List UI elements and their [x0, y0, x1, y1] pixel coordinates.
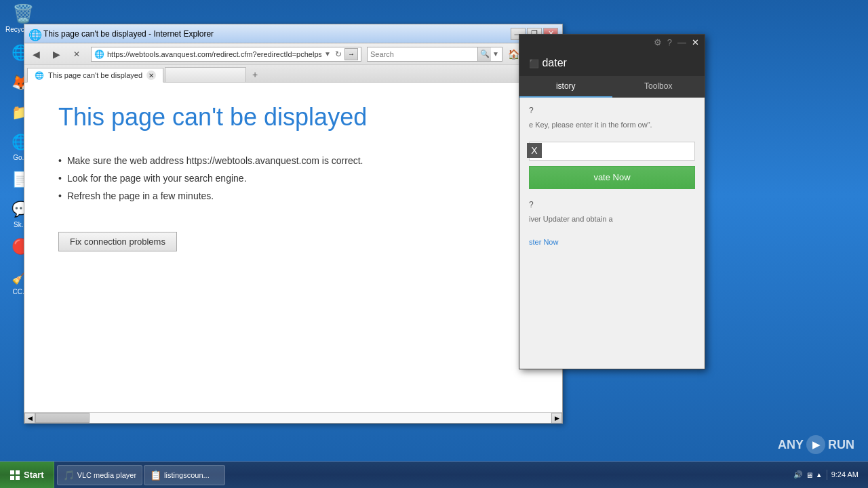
taskbar: Start 🎵 VLC media player 📋 listingscoun.… [0, 461, 868, 488]
driver-panel-settings-icon[interactable]: ⚙ [654, 37, 662, 47]
ie-forward-button[interactable]: ▶ [47, 46, 65, 62]
ie-search-dropdown-icon[interactable]: ▼ [492, 50, 499, 58]
driver-section-2-text: iver Updater and obtain a [529, 214, 695, 225]
driver-updater-panel: ⚙ ? — ✕ ⬛ dater istory Toolbox X [519, 34, 705, 369]
tray-network-icon[interactable]: 🔊 [793, 470, 803, 479]
driver-panel-top-controls: ⚙ ? — ✕ [519, 35, 705, 50]
ie-back-button[interactable]: ◀ [27, 46, 45, 62]
ie-tab-label: This page can't be displayed [48, 71, 142, 79]
ie-new-tab-button[interactable]: + [248, 67, 262, 82]
driver-tab-toolbox[interactable]: Toolbox [612, 76, 705, 98]
ie-error-bullet-1: Make sure the web address https://webtoo… [58, 152, 528, 169]
ie-refresh-icon[interactable]: ↻ [335, 49, 342, 59]
clock-time: 9:24 AM [831, 470, 859, 479]
driver-section-1-text: e Key, please enter it in the form ow". [529, 119, 695, 131]
start-label: Start [24, 470, 44, 480]
system-clock[interactable]: 9:24 AM [827, 470, 863, 479]
ie-fix-connection-button[interactable]: Fix connection problems [58, 232, 177, 251]
driver-section-1: ? e Key, please enter it in the form ow"… [529, 106, 695, 131]
ie-window-title: This page can't be displayed - Internet … [43, 29, 511, 39]
ie-address-bar: 🌐 ▼ ↻ → [91, 47, 361, 62]
ie-titlebar: 🌐 This page can't be displayed - Interne… [24, 24, 562, 43]
ie-go-button[interactable]: → [344, 48, 358, 60]
ie-search-go-button[interactable]: 🔍 [477, 47, 491, 61]
ie-scrollbar-thumb[interactable] [35, 413, 90, 423]
taskbar-items: 🎵 VLC media player 📋 listingscoun... [54, 462, 788, 488]
driver-panel-tabs: istory Toolbox [519, 76, 705, 98]
ie-tabs: 🌐 This page can't be displayed ✕ + [24, 65, 562, 83]
ie-error-title: This page can't be displayed [58, 103, 528, 131]
driver-content-close-button[interactable]: X [527, 143, 542, 158]
ie-tab-icon: 🌐 [35, 71, 44, 80]
driver-tab-history[interactable]: istory [519, 76, 612, 98]
anyrun-watermark: ANY ▶ RUN [778, 435, 854, 454]
ie-scrollbar-right-arrow[interactable]: ▶ [551, 413, 562, 424]
svg-rect-2 [10, 476, 14, 480]
driver-key-input[interactable] [529, 142, 695, 161]
anyrun-play-icon: ▶ [806, 435, 825, 454]
driver-panel-content: X ? e Key, please enter it in the form o… [519, 98, 705, 369]
ie-close-tab-button[interactable]: ✕ [68, 46, 85, 62]
taskbar-item-vlc[interactable]: 🎵 VLC media player [57, 465, 142, 485]
ie-error-bullet-3: Refresh the page in a few minutes. [58, 187, 528, 205]
start-button[interactable]: Start [0, 462, 54, 488]
ie-window-icon: 🌐 [28, 28, 39, 39]
driver-panel-minimize-icon[interactable]: — [677, 37, 686, 47]
driver-section-1-title: ? [529, 106, 695, 115]
driver-panel-header: ⬛ dater [519, 50, 705, 76]
driver-activate-button[interactable]: vate Now [529, 166, 695, 189]
ie-tab-active[interactable]: 🌐 This page can't be displayed ✕ [27, 68, 163, 83]
ie-address-input[interactable] [107, 50, 321, 58]
ie-error-bullet-2: Look for the page with your search engin… [58, 169, 528, 187]
ie-scrollbar-horizontal: ◀ ▶ [24, 412, 562, 423]
svg-rect-1 [16, 470, 20, 474]
driver-section-2-title: ? [529, 200, 695, 209]
driver-panel-help-icon[interactable]: ? [667, 37, 672, 47]
ie-error-list: Make sure the web address https://webtoo… [58, 152, 528, 205]
driver-register-link[interactable]: ster Now [529, 238, 558, 246]
tray-volume-icon[interactable]: 🖥 [806, 471, 813, 479]
svg-rect-3 [16, 476, 20, 480]
ie-search-input[interactable] [370, 50, 477, 58]
ie-address-icon: 🌐 [94, 49, 104, 59]
driver-section-2: ? iver Updater and obtain a [529, 200, 695, 225]
ie-search-box: 🔍 ▼ [367, 47, 502, 62]
ie-scrollbar-left-arrow[interactable]: ◀ [24, 413, 35, 424]
ie-toolbar: ◀ ▶ ✕ 🌐 ▼ ↻ → 🔍 ▼ 🏠 ⭐ ⚙ [24, 43, 562, 65]
taskbar-item-vlc-label: VLC media player [77, 471, 136, 479]
system-tray: 🔊 🖥 ▲ [793, 470, 823, 479]
svg-rect-0 [10, 470, 14, 474]
driver-panel-title: ⬛ dater [529, 57, 567, 69]
ie-address-dropdown-icon[interactable]: ▼ [324, 50, 331, 58]
ie-tab-empty[interactable] [165, 67, 246, 82]
ie-scrollbar-track[interactable] [35, 413, 551, 423]
desktop: 🗑️ Recycle Bin 🌐 🦊 📁 🌐 Go... 📄 💬 Sk... 🔴… [0, 0, 868, 488]
taskbar-right: 🔊 🖥 ▲ 9:24 AM [788, 462, 868, 488]
tray-more-icon[interactable]: ▲ [816, 471, 823, 479]
taskbar-item-listings[interactable]: 📋 listingscoun... [144, 465, 225, 485]
windows-logo-icon [9, 470, 20, 481]
ie-tab-close-button[interactable]: ✕ [146, 70, 156, 80]
ie-content-area: This page can't be displayed Make sure t… [24, 83, 562, 423]
driver-panel-close-icon[interactable]: ✕ [692, 37, 699, 47]
taskbar-item-listings-label: listingscoun... [164, 471, 210, 479]
ie-window: 🌐 This page can't be displayed - Interne… [24, 24, 563, 424]
